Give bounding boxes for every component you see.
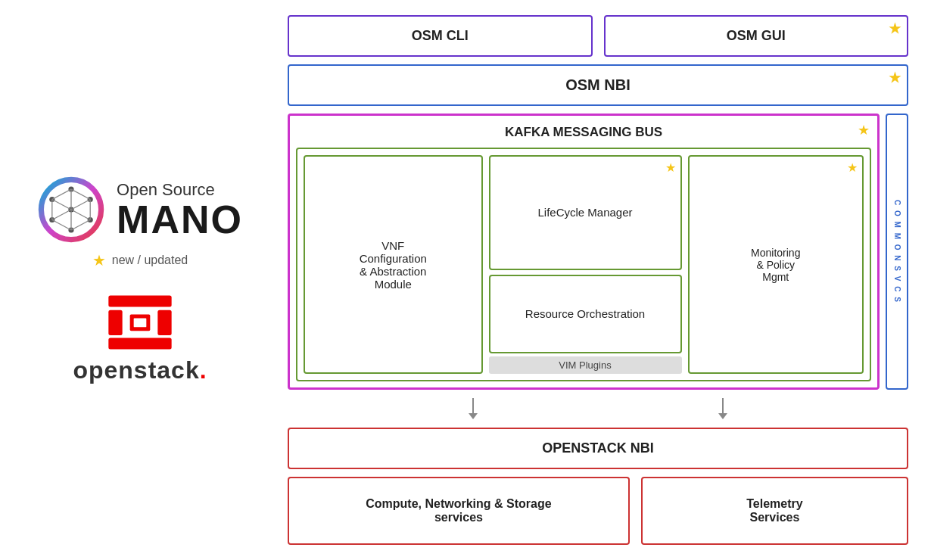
svg-line-13 [52, 189, 71, 200]
osm-gui-box: OSM GUI ★ [604, 15, 909, 57]
openstack-nbi-row: OPENSTACK NBI [288, 428, 908, 469]
kafka-box: KAFKA MESSAGING BUS ★ VNF Configuration … [288, 114, 880, 390]
legend: ★ new / updated [92, 251, 188, 269]
lcm-box: LifeCycle Manager ★ [489, 155, 682, 270]
vim-plugins-label: VIM Plugins [559, 359, 611, 371]
kafka-label: KAFKA MESSAGING BUS [296, 122, 871, 143]
svg-rect-21 [108, 338, 171, 349]
osm-cli-label: OSM CLI [412, 28, 469, 44]
ro-outer: Resource Orchestration VIM Plugins [489, 275, 682, 375]
ro-box: Resource Orchestration [489, 275, 682, 354]
legend-star-icon: ★ [92, 251, 106, 269]
svg-line-15 [71, 200, 90, 210]
osm-circle-logo [37, 176, 105, 244]
vim-plugins-box: VIM Plugins [489, 356, 682, 374]
svg-rect-23 [157, 310, 171, 335]
bottom-row: Compute, Networking & Storage services T… [288, 477, 908, 545]
mano-label: MANO [117, 200, 243, 239]
svg-line-11 [52, 220, 71, 231]
monitoring-star: ★ [847, 160, 858, 175]
openstack-nbi-box: OPENSTACK NBI [288, 428, 908, 469]
ro-label: Resource Orchestration [525, 307, 645, 320]
common-svcs-wrapper: C O M M O N S V C S [886, 114, 908, 390]
left-panel: Open Source MANO ★ new / updated o [0, 0, 280, 560]
common-svcs-box: C O M M O N S V C S [886, 114, 908, 390]
svg-line-8 [71, 189, 90, 200]
diagram-panel: OSM CLI OSM GUI ★ OSM NBI ★ KAFKA MESSAG… [280, 0, 931, 560]
svg-line-10 [71, 220, 90, 231]
svg-rect-22 [108, 310, 122, 335]
nbi-row: OSM NBI ★ [288, 64, 908, 106]
vnf-config-box: VNF Configuration & Abstraction Module [304, 155, 483, 374]
compute-box: Compute, Networking & Storage services [288, 477, 630, 545]
mano-logo: Open Source MANO [37, 176, 243, 244]
middle-column: LifeCycle Manager ★ Resource Orchestrati… [489, 155, 682, 374]
top-row: OSM CLI OSM GUI ★ [288, 15, 908, 57]
compute-label: Compute, Networking & Storage services [366, 497, 551, 524]
lcm-star: ★ [665, 160, 676, 175]
osm-nbi-box: OSM NBI ★ [288, 64, 908, 106]
lcm-label: LifeCycle Manager [537, 206, 632, 219]
common-svcs-label: C O M M O N S V C S [892, 200, 902, 303]
osm-cli-box: OSM CLI [288, 15, 593, 57]
osm-gui-label: OSM GUI [727, 28, 786, 44]
svg-line-19 [52, 200, 71, 210]
openstack-text-label: openstack. [73, 356, 207, 384]
osm-nbi-star: ★ [889, 70, 901, 86]
openstack-logo-icon [102, 292, 178, 353]
openstack-nbi-label: OPENSTACK NBI [542, 440, 654, 456]
openstack-dot: . [200, 356, 207, 384]
arrows-row [288, 397, 908, 420]
inner-green-container: VNF Configuration & Abstraction Module L… [296, 148, 871, 381]
arrow-down-left [469, 398, 478, 419]
mano-logo-area: Open Source MANO ★ new / updated [37, 176, 243, 269]
kafka-area: KAFKA MESSAGING BUS ★ VNF Configuration … [288, 114, 908, 390]
osm-nbi-label: OSM NBI [565, 76, 631, 94]
monitoring-box: Monitoring & Policy Mgmt ★ [688, 155, 864, 374]
telemetry-label: Telemetry Services [746, 497, 802, 524]
kafka-star: ★ [858, 122, 870, 138]
arrow-down-right [718, 398, 727, 419]
monitoring-label: Monitoring & Policy Mgmt [751, 247, 800, 283]
vnf-config-label: VNF Configuration & Abstraction Module [360, 239, 427, 291]
svg-rect-20 [108, 296, 171, 307]
openstack-name: openstack [73, 356, 199, 384]
mano-title: Open Source MANO [117, 180, 243, 239]
telemetry-box: Telemetry Services [641, 477, 908, 545]
svg-line-16 [71, 210, 90, 220]
legend-text: new / updated [112, 254, 188, 267]
openstack-logo-area: openstack. [73, 292, 207, 384]
osm-gui-star: ★ [889, 20, 901, 37]
svg-line-18 [52, 210, 71, 220]
svg-rect-26 [134, 319, 147, 328]
